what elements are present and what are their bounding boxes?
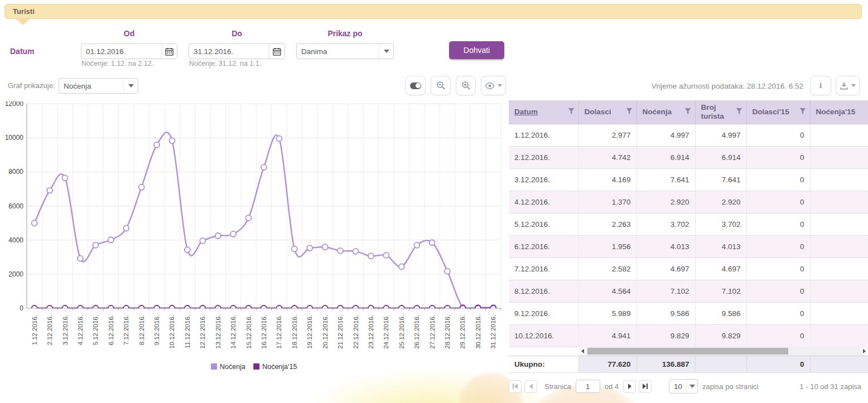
svg-text:18.12.2016.: 18.12.2016. — [291, 315, 298, 349]
data-point-marker — [108, 305, 114, 311]
data-point-marker — [108, 237, 114, 242]
toggle-series-button[interactable] — [406, 76, 426, 95]
calendar-button[interactable] — [161, 44, 177, 59]
visibility-menu-button[interactable] — [481, 76, 506, 95]
table-cell: 2.977 — [578, 124, 636, 146]
zoom-out-button[interactable] — [431, 76, 451, 95]
table-cell: 2.920 — [695, 191, 746, 213]
table-cell — [810, 168, 868, 191]
data-point-marker — [399, 305, 404, 311]
data-point-marker — [78, 305, 83, 311]
table-row: 8.12.2016.4.5647.1027.1020 — [509, 280, 868, 302]
totals-dolasci: 77.620 — [578, 356, 636, 373]
do-label: Do — [189, 29, 285, 38]
date-to-input[interactable] — [189, 44, 269, 59]
info-button[interactable]: i — [810, 76, 831, 95]
table-cell: 9.586 — [636, 302, 695, 324]
filter-icon[interactable] — [800, 108, 806, 114]
data-point-marker — [292, 246, 297, 252]
data-point-marker — [93, 242, 98, 248]
svg-text:9.12.2016.: 9.12.2016. — [153, 315, 160, 345]
scrollbar-thumb[interactable] — [587, 348, 788, 355]
prev-page-button[interactable] — [524, 380, 537, 393]
graf-prikazuje-select[interactable]: Noćenja — [59, 78, 138, 94]
page-number-input[interactable] — [576, 380, 600, 393]
data-point-marker — [414, 242, 419, 248]
prikaz-po-select[interactable]: Danima — [296, 43, 394, 59]
table-cell — [810, 191, 868, 213]
table-cell: 5.12.2016. — [509, 213, 578, 235]
filter-icon[interactable] — [736, 108, 742, 114]
column-header-no-enja-15[interactable]: Noćenja'15 — [810, 100, 868, 124]
dropdown-arrow-button[interactable] — [123, 79, 138, 93]
chart-canvas[interactable]: 0200040006000800010000120001.12.2016.2.1… — [0, 101, 507, 380]
totals-table: Ukupno: 77.620 136.887 0 — [509, 356, 868, 373]
svg-text:8.12.2016.: 8.12.2016. — [138, 315, 145, 345]
data-point-marker — [200, 238, 205, 244]
table-cell: 9.12.2016. — [509, 302, 578, 324]
filter-icon[interactable] — [685, 108, 691, 114]
horizontal-scrollbar[interactable] — [578, 347, 868, 356]
data-point-marker — [307, 305, 312, 311]
data-point-marker — [62, 305, 68, 311]
filter-icon[interactable] — [626, 108, 633, 114]
column-header-datum[interactable]: Datum — [509, 100, 578, 124]
record-range-text: 1 - 10 od 31 zapisa — [799, 382, 868, 391]
page-title-bar[interactable]: Turisti — [4, 4, 862, 19]
zoom-out-icon — [436, 81, 446, 90]
date-to-wrapper — [189, 43, 285, 59]
data-updated-text: Vrijeme ažurnosti podataka: 28.12.2016. … — [580, 82, 803, 90]
table-cell: 7.102 — [636, 280, 695, 302]
table-row: 9.12.2016.5.9899.5869.5860 — [509, 302, 868, 324]
dropdown-arrow-button[interactable] — [686, 380, 697, 393]
first-page-button[interactable] — [509, 380, 522, 393]
scroll-right-button[interactable] — [860, 347, 868, 356]
scrollbar-track[interactable] — [586, 347, 860, 356]
date-from-input[interactable] — [81, 44, 161, 59]
table-cell: 0 — [746, 235, 810, 258]
table-cell: 0 — [746, 213, 810, 235]
filter-icon[interactable] — [568, 108, 575, 114]
table-row: 4.12.2016.1.3702.9202.9200 — [509, 191, 868, 213]
table-row: 5.12.2016.2.2633.7023.7020 — [509, 213, 868, 235]
app-root: Turisti Od Do Prikaz po Datum — [0, 0, 868, 403]
table-cell — [810, 324, 868, 347]
column-header-dolasci[interactable]: Dolasci — [578, 100, 636, 124]
dropdown-arrow-button[interactable] — [379, 44, 393, 59]
calendar-button[interactable] — [269, 44, 284, 59]
table-cell: 0 — [746, 324, 810, 347]
zoom-in-button[interactable] — [456, 76, 476, 95]
data-point-marker — [307, 245, 312, 251]
data-point-marker — [230, 305, 236, 311]
data-point-marker — [414, 305, 419, 311]
table-cell: 9.829 — [695, 324, 746, 347]
last-page-button[interactable] — [639, 380, 652, 393]
scroll-left-button[interactable] — [578, 347, 586, 356]
column-header-broj-turista[interactable]: Broj turista — [695, 100, 746, 124]
table-row: 6.12.2016.1.9564.0134.0130 — [509, 235, 868, 258]
prikaz-po-label: Prikaz po — [296, 29, 394, 38]
table-cell: 7.102 — [695, 280, 746, 302]
svg-text:28.12.2016.: 28.12.2016. — [444, 315, 451, 349]
data-point-marker — [261, 305, 267, 311]
svg-text:4.12.2016.: 4.12.2016. — [77, 315, 84, 345]
data-point-marker — [383, 305, 389, 311]
column-header-no-enja[interactable]: Noćenja — [636, 100, 695, 124]
export-button[interactable] — [836, 76, 860, 95]
data-point-marker — [445, 269, 450, 274]
page-size-select[interactable]: 10 — [669, 379, 698, 394]
svg-text:7.12.2016.: 7.12.2016. — [123, 315, 129, 345]
fetch-button[interactable]: Dohvati — [449, 41, 504, 59]
data-point-marker — [185, 305, 190, 311]
data-point-marker — [353, 305, 359, 311]
svg-text:1.12.2016.: 1.12.2016. — [31, 315, 38, 345]
eye-icon — [485, 82, 495, 90]
table-cell: 1.370 — [578, 191, 636, 213]
data-point-marker — [62, 175, 68, 181]
svg-text:13.12.2016.: 13.12.2016. — [215, 315, 221, 349]
table-cell: 6.12.2016. — [509, 235, 578, 258]
next-page-button[interactable] — [623, 380, 636, 393]
svg-text:12.12.2016.: 12.12.2016. — [199, 315, 206, 349]
column-header-dolasci-15[interactable]: Dolasci'15 — [746, 100, 810, 124]
data-point-marker — [445, 305, 450, 311]
